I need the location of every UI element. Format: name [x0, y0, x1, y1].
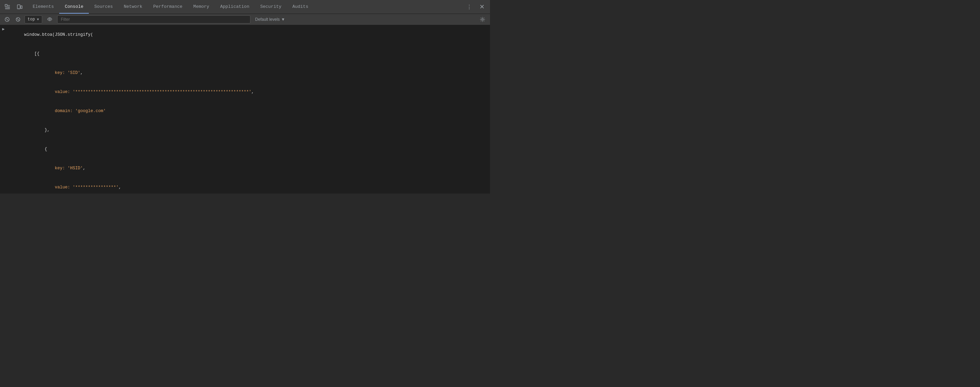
devtools-nav: Elements Console Sources Network Perform…: [0, 0, 490, 14]
entry-sid-key: key: 'SID',: [0, 63, 490, 82]
context-label: top: [27, 17, 35, 22]
gutter-hsid-open: [0, 140, 8, 141]
tab-memory[interactable]: Memory: [188, 0, 215, 14]
gutter-hsid-key: [0, 159, 8, 160]
gutter-sid-value: [0, 83, 8, 83]
log-levels-button[interactable]: Default levels ▼: [253, 16, 288, 22]
devtools-tabs: Elements Console Sources Network Perform…: [27, 0, 314, 14]
console-settings-button[interactable]: [478, 16, 487, 23]
gutter-hsid-value: [0, 178, 8, 179]
context-dropdown-arrow: ▼: [37, 18, 39, 21]
tab-security[interactable]: Security: [255, 0, 287, 14]
array-open: [{: [8, 45, 490, 63]
nav-icons: [3, 3, 24, 11]
tab-audits[interactable]: Audits: [287, 0, 314, 14]
input-gutter: ▶: [0, 26, 8, 32]
tab-application[interactable]: Application: [215, 0, 255, 14]
levels-label: Default levels: [255, 17, 280, 22]
svg-point-7: [18, 8, 19, 9]
svg-line-11: [17, 18, 19, 21]
entry-sid-domain: domain: 'google.com': [0, 102, 490, 121]
svg-line-9: [6, 18, 8, 21]
expand-arrow[interactable]: ▶: [1, 26, 6, 32]
svg-rect-6: [21, 6, 22, 8]
device-toggle-button[interactable]: [15, 3, 24, 11]
context-selector[interactable]: top ▼: [24, 15, 42, 24]
console-toolbar: top ▼ Default levels ▼: [0, 14, 490, 25]
inspect-element-button[interactable]: [3, 3, 12, 11]
live-expressions-button[interactable]: [44, 15, 55, 24]
gutter-sid-close: [0, 121, 8, 122]
tab-network[interactable]: Network: [118, 0, 148, 14]
entry-hsid-key: key: 'HSID',: [0, 159, 490, 178]
tab-performance[interactable]: Performance: [148, 0, 188, 14]
code-text: window.btoa(JSON.stringify(: [24, 32, 93, 37]
close-devtools-button[interactable]: ✕: [477, 2, 487, 12]
filter-input[interactable]: [57, 15, 250, 24]
tab-sources[interactable]: Sources: [89, 0, 118, 14]
gutter-sid-domain: [0, 102, 8, 102]
no-symbol-button[interactable]: [14, 16, 22, 23]
console-output: ▶ window.btoa(JSON.stringify( [{ key: 'S…: [0, 25, 490, 194]
line-gutter-1: [0, 45, 8, 45]
tab-elements[interactable]: Elements: [27, 0, 59, 14]
gutter-sid-key: [0, 64, 8, 64]
console-input-entry: ▶ window.btoa(JSON.stringify(: [0, 25, 490, 44]
nav-right-controls: ⋮ ✕: [465, 2, 487, 12]
entry-hsid-value: value: '****************',: [0, 178, 490, 194]
svg-point-12: [49, 18, 50, 20]
entry-sid-value: value: '********************************…: [0, 82, 490, 102]
more-options-button[interactable]: ⋮: [465, 2, 474, 11]
levels-arrow: ▼: [281, 17, 285, 22]
svg-point-13: [482, 19, 484, 21]
tab-console[interactable]: Console: [59, 0, 89, 14]
entry-sid-close: },: [0, 121, 490, 140]
clear-console-button[interactable]: [3, 16, 11, 23]
svg-rect-0: [5, 5, 7, 6]
array-open-line: [{: [0, 44, 490, 63]
console-code-line: window.btoa(JSON.stringify(: [8, 26, 490, 44]
entry-hsid-open: {: [0, 140, 490, 159]
